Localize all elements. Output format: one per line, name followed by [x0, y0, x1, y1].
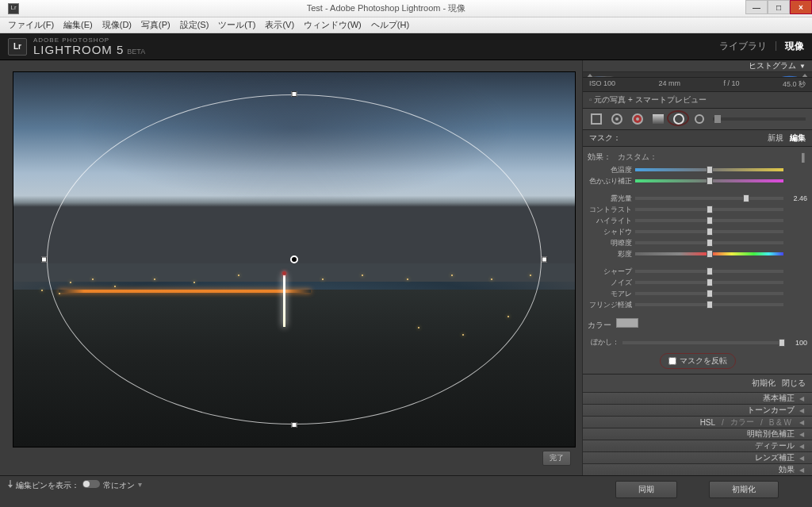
gradient-tool-icon[interactable] [651, 112, 665, 126]
footer-left: 編集ピンを表示： 常にオン ▾ [0, 476, 582, 507]
lbl-tint: 色かぶり補正 [588, 176, 632, 186]
maximize-button[interactable]: □ [768, 0, 790, 14]
mask-new[interactable]: 新規 [768, 133, 783, 144]
color-swatch[interactable] [616, 318, 638, 328]
chevron-icon: ◀ [799, 443, 804, 450]
histogram-label: ヒストグラム [749, 60, 796, 71]
clip-highlight-icon[interactable] [801, 74, 809, 78]
module-sep: | [775, 40, 777, 53]
panel-effects[interactable]: 効果◀ [583, 463, 812, 475]
exif-focal: 24 mm [659, 79, 681, 90]
reset-button[interactable]: 初期化 [709, 481, 779, 498]
effect-custom[interactable]: カスタム： [618, 152, 657, 163]
photo-canvas[interactable] [13, 71, 576, 447]
done-button[interactable]: 完了 [542, 451, 571, 466]
mask-row: マスク： 新規 編集 [583, 130, 812, 147]
slider-feather[interactable] [622, 341, 783, 344]
filter-actions: 初期化 閉じる [583, 374, 812, 392]
slider-fringe[interactable] [635, 303, 783, 306]
histogram[interactable] [583, 72, 812, 78]
chevron-down-icon: ▼ [799, 63, 806, 70]
lbl-exposure: 露光量 [588, 194, 632, 204]
radial-center-pin[interactable] [290, 255, 298, 263]
val-feather: 100 [787, 339, 807, 347]
slider-temp[interactable] [635, 168, 783, 171]
chevron-icon: ◀ [799, 395, 804, 402]
minimize-button[interactable]: — [745, 0, 768, 14]
histogram-header[interactable]: ヒストグラム▼ [583, 60, 812, 72]
chevron-down-icon[interactable]: ▾ [138, 480, 142, 489]
panel-toggle-icon[interactable]: ▌ [802, 153, 807, 162]
menu-photo[interactable]: 写真(P) [136, 19, 175, 31]
menubar: ファイル(F) 編集(E) 現像(D) 写真(P) 設定(S) ツール(T) 表… [0, 17, 812, 33]
reset-filter[interactable]: 初期化 [752, 378, 776, 389]
mask-edit[interactable]: 編集 [790, 133, 806, 144]
panel-basic[interactable]: 基本補正◀ [583, 392, 812, 404]
menu-edit[interactable]: 編集(E) [59, 19, 98, 31]
menu-window[interactable]: ウィンドウ(W) [299, 19, 366, 31]
crop-tool-icon[interactable] [589, 112, 603, 126]
clip-shadow-icon[interactable] [586, 74, 594, 78]
effect-head-label: 効果： [588, 152, 611, 163]
invert-check[interactable] [668, 357, 676, 365]
handle-right[interactable] [542, 257, 547, 263]
lbl-temp: 色温度 [588, 165, 632, 175]
panel-splittone[interactable]: 明暗別色補正◀ [583, 428, 812, 440]
slider-sharpness[interactable] [635, 270, 783, 273]
module-library[interactable]: ライブラリ [719, 40, 767, 53]
brush-tool-icon[interactable] [692, 112, 707, 126]
handle-bottom[interactable] [292, 422, 297, 428]
val-exposure: 2.46 [787, 194, 807, 202]
close-button[interactable]: × [790, 0, 812, 14]
lbl-shadows: シャドウ [588, 227, 632, 237]
exif-aperture: f / 10 [723, 79, 739, 90]
panel-hsl[interactable]: HSL/カラー/B & W◀ [583, 416, 812, 428]
exif-row: ISO 100 24 mm f / 10 45.0 秒 [583, 78, 812, 92]
menu-file[interactable]: ファイル(F) [3, 19, 59, 31]
canvas-toolbar: 完了 [13, 447, 576, 469]
app-icon: Lr [0, 3, 27, 14]
lbl-contrast: コントラスト [588, 205, 632, 215]
slider-contrast[interactable] [635, 208, 783, 211]
always-on[interactable]: 常にオン [103, 480, 135, 491]
slider-clarity[interactable] [635, 241, 783, 244]
lbl-clarity: 明瞭度 [588, 238, 632, 248]
sync-button[interactable]: 同期 [615, 481, 677, 498]
slider-noise[interactable] [635, 281, 783, 284]
lbl-noise: ノイズ [588, 278, 632, 288]
handle-top[interactable] [292, 91, 297, 97]
slider-saturation[interactable] [635, 252, 783, 255]
original-preview-row[interactable]: 元の写真 + スマートプレビュー [583, 92, 812, 109]
radial-tool-icon[interactable] [672, 112, 686, 126]
effect-panel: 効果：カスタム：▌ 色温度 色かぶり補正 露光量2.46 コントラスト ハイライ… [583, 147, 812, 315]
spot-tool-icon[interactable] [610, 112, 624, 126]
panel-lens[interactable]: レンズ補正◀ [583, 451, 812, 463]
menu-tool[interactable]: ツール(T) [213, 19, 260, 31]
app-header: Lr ADOBE PHOTOSHOP LIGHTROOM 5BETA ライブラリ… [0, 33, 812, 60]
panel-detail[interactable]: ディテール◀ [583, 440, 812, 451]
slider-moire[interactable] [635, 292, 783, 295]
pins-toggle[interactable] [82, 480, 100, 488]
invert-mask-checkbox[interactable]: マスクを反転 [660, 353, 736, 369]
lbl-highlights: ハイライト [588, 216, 632, 226]
brush-size-slider[interactable] [713, 117, 806, 121]
handle-left[interactable] [41, 257, 47, 263]
local-tool-strip [583, 109, 812, 130]
menu-help[interactable]: ヘルプ(H) [366, 19, 414, 31]
slider-highlights[interactable] [635, 219, 783, 222]
invert-row: マスクを反転 [583, 351, 812, 374]
slider-tint[interactable] [635, 179, 783, 182]
menu-view[interactable]: 表示(V) [260, 19, 299, 31]
lr-logo: Lr [8, 38, 27, 56]
menu-develop[interactable]: 現像(D) [98, 19, 136, 31]
panel-tonecurve[interactable]: トーンカーブ◀ [583, 404, 812, 416]
menu-settings[interactable]: 設定(S) [175, 19, 214, 31]
close-filter[interactable]: 閉じる [782, 378, 806, 389]
right-sidebar: ヒストグラム▼ ISO 100 24 mm f / 10 45.0 秒 元の写真… [582, 60, 812, 475]
lbl-moire: モアレ [588, 289, 632, 299]
redeye-tool-icon[interactable] [630, 112, 645, 126]
module-develop[interactable]: 現像 [785, 40, 804, 53]
window-controls: — □ × [745, 0, 812, 17]
slider-exposure[interactable] [635, 197, 783, 200]
slider-shadows[interactable] [635, 230, 783, 233]
